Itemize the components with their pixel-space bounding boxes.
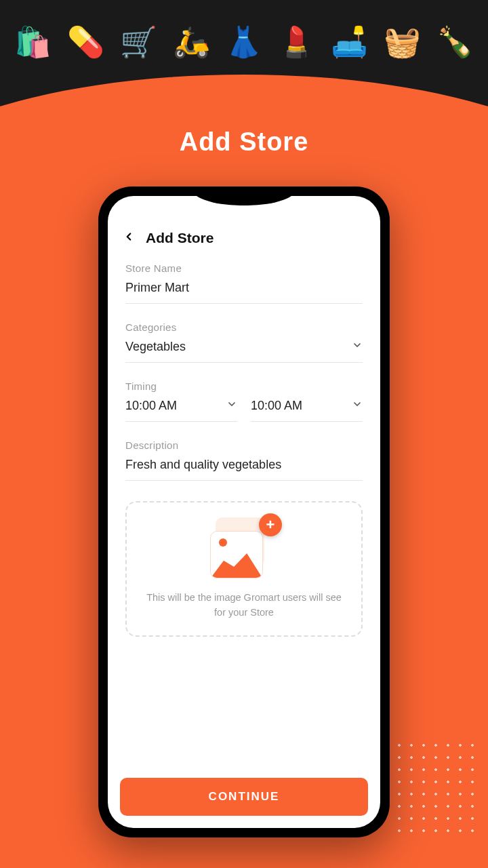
categories-value[interactable]: Vegetables	[125, 340, 363, 363]
timing-field: Timing 10:00 AM 10:00 AM	[125, 380, 363, 422]
phone-frame: Add Store Store Name Primer Mart Categor…	[98, 186, 390, 837]
image-upload-box[interactable]: + This will be the image Gromart users w…	[125, 501, 363, 637]
upload-hint-text: This will be the image Gromart users wil…	[140, 591, 348, 620]
plus-icon[interactable]: +	[259, 513, 282, 536]
description-field[interactable]: Description Fresh and quality vegetables	[125, 439, 363, 481]
add-store-form: Store Name Primer Mart Categories Vegeta…	[108, 253, 380, 778]
app-screen: Add Store Store Name Primer Mart Categor…	[108, 196, 380, 828]
description-value[interactable]: Fresh and quality vegetables	[125, 458, 363, 481]
description-label: Description	[125, 439, 363, 451]
back-arrow-icon[interactable]	[123, 231, 135, 245]
dot-pattern-decoration	[393, 739, 474, 841]
timing-label: Timing	[125, 380, 363, 392]
wine-bottle-icon: 🍾	[436, 27, 474, 57]
store-name-field[interactable]: Store Name Primer Mart	[125, 262, 363, 304]
categories-label: Categories	[125, 321, 363, 333]
shopping-cart-icon: 🛒	[120, 27, 157, 57]
open-time-select[interactable]: 10:00 AM	[125, 399, 237, 422]
store-name-label: Store Name	[125, 262, 363, 274]
flower-basket-icon: 🧺	[384, 27, 421, 57]
chevron-down-icon	[352, 340, 363, 354]
page-title: Add Store	[0, 127, 488, 157]
category-icon-row: 🛍️ 💊 🛒 🛵 👗 💄 🛋️ 🧺 🍾	[0, 27, 488, 57]
furniture-icon: 🛋️	[331, 27, 368, 57]
fashion-icon: 👗	[225, 27, 262, 57]
grocery-bag-icon: 🛍️	[14, 27, 52, 57]
close-time-select[interactable]: 10:00 AM	[251, 399, 363, 422]
continue-button[interactable]: CONTINUE	[120, 778, 368, 816]
chevron-down-icon	[352, 399, 363, 413]
medicine-icon: 💊	[67, 27, 104, 57]
store-name-value[interactable]: Primer Mart	[125, 281, 363, 304]
image-placeholder-icon: +	[210, 517, 278, 578]
chevron-down-icon	[226, 399, 237, 413]
cosmetics-icon: 💄	[278, 27, 315, 57]
screen-title: Add Store	[146, 230, 214, 246]
delivery-scooter-icon: 🛵	[173, 27, 210, 57]
categories-field[interactable]: Categories Vegetables	[125, 321, 363, 363]
